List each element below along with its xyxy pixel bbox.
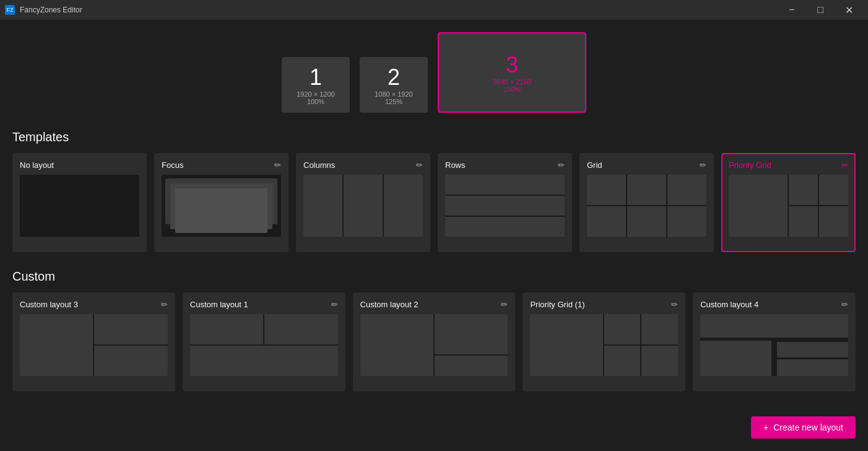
rows-preview xyxy=(445,175,565,237)
custom-layout-2-edit-icon[interactable]: ✏ xyxy=(501,300,508,309)
maximize-button[interactable]: □ xyxy=(806,0,835,20)
minimize-button[interactable]: − xyxy=(778,0,806,20)
title-bar: FZ FancyZones Editor − □ ✕ xyxy=(0,0,868,20)
priority-grid-1-title: Priority Grid (1) xyxy=(530,300,584,309)
monitor-2-scale: 125% xyxy=(385,98,402,105)
template-priority-grid[interactable]: Priority Grid ✏ xyxy=(721,153,856,252)
custom-grid: Custom layout 3 ✏ Custom layout 1 ✏ xyxy=(12,292,856,392)
rows-title: Rows xyxy=(445,160,466,170)
custom-layout-3-title: Custom layout 3 xyxy=(20,300,78,309)
template-rows[interactable]: Rows ✏ xyxy=(438,153,572,252)
custom-section-title: Custom xyxy=(12,269,856,284)
monitor-2-resolution: 1080 × 1920 xyxy=(375,90,412,98)
monitor-1-number: 1 xyxy=(310,64,322,90)
custom-layout-3-card[interactable]: Custom layout 3 ✏ xyxy=(12,292,175,392)
monitor-1-resolution: 1920 × 1200 xyxy=(297,90,334,98)
template-grid[interactable]: Grid ✏ xyxy=(579,153,714,252)
create-label: Create new layout xyxy=(773,423,843,432)
custom-layout-1-title: Custom layout 1 xyxy=(190,300,248,309)
priority-grid-1-preview xyxy=(530,314,678,376)
rows-edit-icon[interactable]: ✏ xyxy=(558,160,565,170)
main-content: 1 1920 × 1200 100% 2 1080 × 1920 125% 3 … xyxy=(0,20,868,451)
priority-grid-title: Priority Grid xyxy=(729,160,771,170)
columns-edit-icon[interactable]: ✏ xyxy=(416,160,423,170)
focus-title: Focus xyxy=(162,160,183,170)
app-icon: FZ xyxy=(5,5,15,15)
columns-title: Columns xyxy=(303,160,335,170)
custom-layout-4-title: Custom layout 4 xyxy=(700,300,758,309)
focus-edit-icon[interactable]: ✏ xyxy=(274,160,281,170)
custom-layout-1-preview xyxy=(190,314,338,376)
custom-layout-4-preview xyxy=(700,314,848,376)
monitor-3[interactable]: 3 3840 × 2160 150% xyxy=(438,32,586,113)
window-controls: − □ ✕ xyxy=(778,0,863,20)
no-layout-preview xyxy=(20,175,139,237)
monitor-2[interactable]: 2 1080 × 1920 125% xyxy=(360,57,428,113)
priority-grid-1-edit-icon[interactable]: ✏ xyxy=(671,300,678,309)
custom-layout-1-card[interactable]: Custom layout 1 ✏ xyxy=(183,292,345,392)
monitor-row: 1 1920 × 1200 100% 2 1080 × 1920 125% 3 … xyxy=(12,32,856,113)
custom-layout-3-preview xyxy=(20,314,168,376)
custom-layout-1-edit-icon[interactable]: ✏ xyxy=(331,300,338,309)
title-bar-left: FZ FancyZones Editor xyxy=(5,5,82,15)
priority-grid-preview xyxy=(729,175,848,237)
app-title: FancyZones Editor xyxy=(20,6,82,14)
priority-grid-1-card[interactable]: Priority Grid (1) ✏ xyxy=(523,292,685,392)
monitor-1-scale: 100% xyxy=(307,98,324,105)
custom-layout-2-title: Custom layout 2 xyxy=(360,300,419,309)
templates-grid: No layout Focus ✏ Columns ✏ xyxy=(12,153,856,252)
monitor-3-number: 3 xyxy=(506,52,518,78)
no-layout-title: No layout xyxy=(20,160,54,170)
focus-preview xyxy=(162,175,281,237)
custom-layout-2-card[interactable]: Custom layout 2 ✏ xyxy=(353,292,516,392)
custom-layout-4-edit-icon[interactable]: ✏ xyxy=(841,300,848,309)
priority-grid-edit-icon[interactable]: ✏ xyxy=(841,160,848,170)
template-columns[interactable]: Columns ✏ xyxy=(296,153,430,252)
monitor-3-resolution: 3840 × 2160 xyxy=(493,78,531,85)
create-new-layout-button[interactable]: + Create new layout xyxy=(751,416,856,439)
templates-section-title: Templates xyxy=(12,130,856,144)
close-button[interactable]: ✕ xyxy=(835,0,863,20)
custom-layout-2-preview xyxy=(360,314,508,376)
monitor-3-scale: 150% xyxy=(503,85,521,93)
grid-preview xyxy=(587,175,706,237)
grid-title: Grid xyxy=(587,160,602,170)
create-icon: + xyxy=(763,423,768,432)
monitor-2-number: 2 xyxy=(388,64,400,90)
template-no-layout[interactable]: No layout xyxy=(12,153,147,252)
columns-preview xyxy=(303,175,423,237)
template-focus[interactable]: Focus ✏ xyxy=(154,153,289,252)
custom-layout-4-card[interactable]: Custom layout 4 ✏ xyxy=(693,292,856,392)
grid-edit-icon[interactable]: ✏ xyxy=(700,160,706,170)
monitor-1[interactable]: 1 1920 × 1200 100% xyxy=(282,57,350,113)
custom-layout-3-edit-icon[interactable]: ✏ xyxy=(161,300,168,309)
